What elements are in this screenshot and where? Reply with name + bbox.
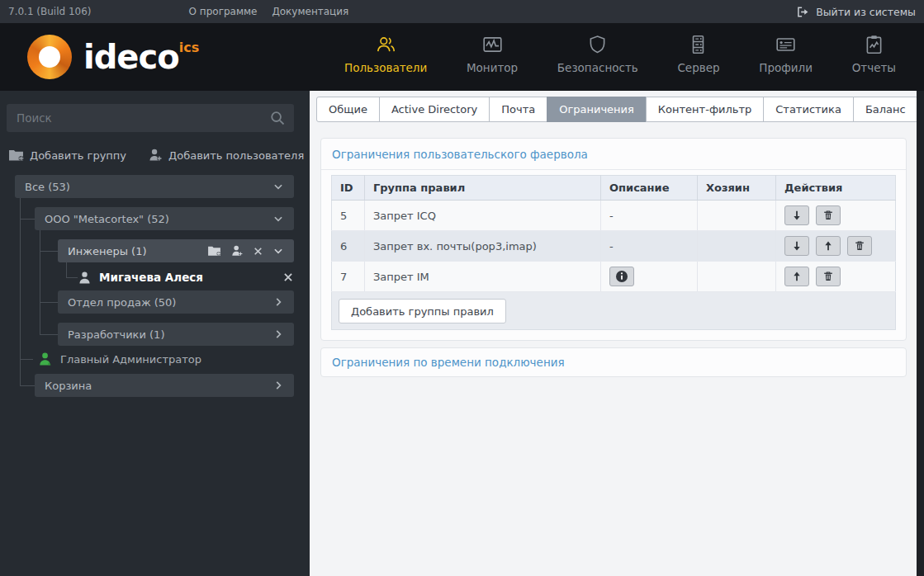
about-link[interactable]: О программе	[189, 6, 258, 17]
tree-line	[66, 277, 78, 278]
add-user-icon[interactable]	[230, 245, 244, 257]
tree-group-metacortex[interactable]: ООО "Metacortex" (52)	[35, 207, 294, 230]
monitor-icon	[481, 34, 504, 55]
col-header-group: Группа правил	[365, 176, 601, 201]
tree-group-sales[interactable]: Отдел продаж (50)	[58, 290, 294, 314]
tree-line	[20, 198, 21, 385]
tree-user-admin[interactable]: Главный Администратор	[38, 349, 294, 369]
tab-balance[interactable]: Баланс	[853, 97, 918, 122]
chevron-down-icon[interactable]	[272, 181, 284, 192]
rule-owner-cell	[698, 201, 776, 231]
tree-group-all[interactable]: Все (53)	[15, 175, 294, 198]
firewall-section-title[interactable]: Ограничения пользовательского фаервола	[321, 139, 906, 170]
move-up-button[interactable]	[784, 267, 809, 286]
rule-actions-cell	[776, 201, 896, 231]
info-icon	[615, 270, 628, 283]
nav-item-reports[interactable]: Отчеты	[852, 34, 896, 91]
top-bar: 7.0.1 (Build 106) О программе Документац…	[0, 0, 924, 23]
tree-line	[20, 219, 35, 220]
user-tree: Все (53) ООО "Metacortex" (52) Инженеры …	[0, 175, 310, 410]
tab-content-filter[interactable]: Контент-фильтр	[646, 97, 764, 122]
table-row: 6 Запрет вх. почты(pop3,imap) -	[332, 231, 896, 262]
server-icon	[687, 34, 709, 55]
search-box	[7, 104, 294, 132]
rule-group-cell: Запрет ICQ	[365, 201, 601, 231]
col-header-description: Описание	[601, 176, 698, 201]
tree-line	[40, 334, 58, 335]
table-row: 7 Запрет IM	[332, 262, 896, 292]
chevron-down-icon[interactable]	[272, 213, 284, 224]
tab-restrictions[interactable]: Ограничения	[547, 97, 647, 122]
delete-rule-button[interactable]	[847, 236, 872, 256]
chevron-right-icon[interactable]	[272, 380, 284, 391]
delete-rule-button[interactable]	[816, 267, 841, 286]
arrow-down-icon	[791, 210, 803, 221]
time-restrictions-panel: Ограничения по времени подключения	[320, 347, 907, 377]
report-icon	[863, 34, 885, 55]
header-band: idecoics Пользователи Монитор Безопаснос…	[0, 23, 924, 91]
delete-user-icon[interactable]	[282, 271, 294, 283]
rule-owner-cell	[698, 231, 776, 262]
search-icon[interactable]	[269, 110, 286, 126]
chevron-right-icon[interactable]	[272, 296, 284, 308]
table-row: 5 Запрет ICQ -	[332, 201, 896, 231]
tree-group-engineers[interactable]: Инженеры (1)	[58, 239, 294, 262]
rule-description-cell	[601, 262, 698, 292]
table-footer: Добавить группы правил	[331, 292, 896, 330]
nav-item-security[interactable]: Безопасность	[557, 34, 638, 91]
rule-owner-cell	[698, 262, 776, 292]
tab-active-directory[interactable]: Active Directory	[379, 97, 490, 122]
add-user-button[interactable]: Добавить пользователя	[148, 149, 304, 162]
folder-plus-icon	[8, 149, 24, 162]
brand-logo: idecoics	[0, 23, 310, 91]
user-plus-icon	[148, 149, 163, 162]
tree-group-developers[interactable]: Разработчики (1)	[58, 323, 294, 346]
rule-id-cell: 7	[332, 262, 365, 292]
rule-id-cell: 5	[332, 201, 365, 231]
nav-item-profiles[interactable]: Профили	[759, 34, 813, 91]
move-up-button[interactable]	[816, 236, 841, 256]
rule-actions-cell	[776, 231, 896, 262]
top-menu: О программе Документация	[189, 6, 349, 17]
add-rule-group-button[interactable]: Добавить группы правил	[339, 299, 506, 323]
right-edge	[917, 91, 924, 576]
chevron-right-icon[interactable]	[272, 328, 284, 340]
trash-icon	[822, 209, 834, 221]
tree-group-recycle-bin[interactable]: Корзина	[35, 374, 294, 397]
delete-rule-button[interactable]	[816, 205, 841, 225]
logo-swirl-icon	[27, 35, 72, 79]
admin-user-icon	[38, 352, 53, 366]
rule-actions-cell	[776, 262, 896, 292]
nav-item-users[interactable]: Пользователи	[344, 34, 427, 91]
rule-group-cell: Запрет IM	[365, 262, 601, 292]
search-input[interactable]	[17, 111, 269, 125]
table-header-row: ID Группа правил Описание Хозяин Действи…	[332, 176, 896, 201]
logout-icon	[796, 6, 810, 18]
col-header-actions: Действия	[776, 176, 896, 201]
trash-icon	[854, 239, 865, 252]
nav-item-monitor[interactable]: Монитор	[467, 34, 518, 91]
logo-suffix: ics	[179, 40, 200, 55]
time-section-title[interactable]: Ограничения по времени подключения	[321, 348, 906, 376]
move-down-button[interactable]	[784, 205, 809, 225]
rule-group-cell: Запрет вх. почты(pop3,imap)	[365, 231, 601, 262]
tab-general[interactable]: Общие	[316, 97, 380, 122]
tree-line	[40, 302, 58, 303]
col-header-owner: Хозяин	[698, 176, 776, 201]
users-icon	[375, 34, 397, 55]
move-down-button[interactable]	[784, 236, 809, 256]
delete-group-icon[interactable]	[253, 246, 263, 257]
logout-button[interactable]: Выйти из системы	[796, 6, 916, 18]
arrow-up-icon	[791, 271, 803, 282]
add-group-icon[interactable]	[207, 245, 221, 257]
tab-mail[interactable]: Почта	[489, 97, 547, 122]
firewall-restrictions-panel: Ограничения пользовательского фаервола I…	[320, 138, 907, 341]
chevron-down-icon[interactable]	[272, 245, 284, 257]
tab-statistics[interactable]: Статистика	[763, 97, 854, 122]
tree-line	[20, 359, 33, 360]
info-button[interactable]	[609, 267, 634, 286]
nav-item-server[interactable]: Сервер	[677, 34, 719, 91]
documentation-link[interactable]: Документация	[272, 6, 348, 17]
add-group-button[interactable]: Добавить группу	[8, 149, 126, 162]
tree-user-migacheva[interactable]: Мигачева Алеся	[78, 267, 294, 287]
